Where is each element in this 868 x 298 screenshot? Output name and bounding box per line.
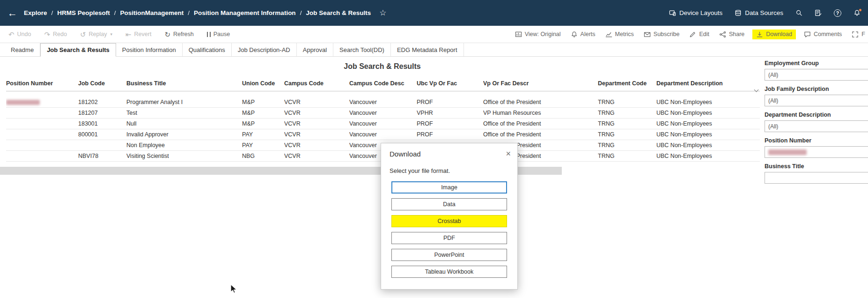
cell [6, 108, 78, 119]
chevron-down-icon [754, 88, 759, 92]
col-header-job-code[interactable]: Job Code [78, 78, 126, 91]
replay-button[interactable]: ↺ Replay ▾ [80, 31, 112, 38]
tab-qualifications[interactable]: Qualifications [183, 43, 232, 56]
format-crosstab-button[interactable]: Crosstab [391, 215, 507, 227]
table-row[interactable]: 183001 Null M&P VCVR Vancouver PROF Offi… [6, 119, 760, 129]
notifications-bell-icon[interactable] [853, 9, 861, 16]
cell: UBC Non-Employees [656, 129, 760, 140]
cell: VPHR [417, 108, 483, 119]
table-row[interactable]: 181202 Programmer Analyst I M&P VCVR Van… [6, 97, 760, 108]
search-icon[interactable] [795, 9, 802, 16]
cell: Office of the President [483, 129, 598, 140]
col-header-department-description[interactable]: Department Description [656, 78, 760, 91]
tab-label: Position Information [122, 46, 176, 53]
redo-icon: ↷ [44, 31, 50, 38]
cell: VCVR [284, 108, 349, 119]
device-layouts-button[interactable]: Device Layouts [669, 9, 722, 16]
filter-label: Position Number [765, 137, 868, 144]
table-row[interactable]: 800001 Invalid Approver PAY VCVR Vancouv… [6, 129, 760, 140]
comments-button[interactable]: Comments [804, 31, 842, 38]
breadcrumb-workbook[interactable]: Position Management Information [194, 9, 296, 16]
job-family-description-dropdown[interactable]: (All) [765, 95, 868, 106]
chevron-down-icon: ▾ [110, 32, 112, 37]
tab-job-description-ad[interactable]: Job Description-AD [232, 43, 297, 56]
format-data-button[interactable]: Data [391, 198, 507, 210]
cell: VCVR [284, 140, 349, 151]
col-header-ubc-vp-or-fac[interactable]: Ubc Vp Or Fac [417, 78, 483, 91]
tab-label: Job Search & Results [47, 46, 110, 53]
cell [78, 140, 126, 151]
column-menu-chevron-icon[interactable] [755, 85, 758, 93]
breadcrumb-explore[interactable]: Explore [24, 9, 47, 16]
format-image-button[interactable]: Image [391, 181, 507, 194]
department-description-dropdown[interactable]: (All) [765, 120, 868, 132]
close-icon[interactable]: × [506, 149, 511, 158]
col-header-position-number[interactable]: Position Number [6, 78, 78, 91]
fullscreen-label: F [861, 31, 865, 37]
back-icon[interactable]: ← [7, 8, 17, 18]
tab-search-tool-dd[interactable]: Search Tool(DD) [333, 43, 391, 56]
redo-button[interactable]: ↷ Redo [44, 31, 66, 38]
tab-readme[interactable]: Readme [5, 43, 40, 56]
notes-icon[interactable] [815, 9, 822, 16]
tab-job-search-results[interactable]: Job Search & Results [40, 43, 116, 57]
database-icon [735, 9, 742, 16]
filter-label: Business Title [765, 163, 868, 170]
cell-position-number [6, 97, 78, 108]
breadcrumb-separator: / [300, 9, 302, 16]
filter-business-title: Business Title [765, 163, 868, 184]
filter-job-family-description: Job Family Description (All) [765, 86, 868, 106]
cell: TRNG [598, 151, 656, 162]
col-header-campus-code-desc[interactable]: Campus Code Desc [349, 78, 417, 91]
refresh-button[interactable]: ↻ Refresh [164, 31, 193, 38]
col-header-department-code[interactable]: Department Code [598, 78, 656, 91]
view-label: View: Original [525, 31, 561, 37]
cell: UBC Non-Employees [656, 151, 760, 162]
share-button[interactable]: Share [719, 31, 744, 38]
redo-label: Redo [53, 31, 67, 37]
alerts-button[interactable]: Alerts [571, 31, 596, 38]
tab-edg-metadata-report[interactable]: EDG Metadata Report [391, 43, 464, 56]
cell: M&P [242, 108, 284, 119]
cell: Office of the President [483, 97, 598, 108]
col-header-campus-code[interactable]: Campus Code [284, 78, 349, 91]
top-navigation-bar: ← Explore / HRMS Peoplesoft / PositionMa… [0, 0, 868, 26]
edit-button[interactable]: Edit [689, 31, 709, 38]
help-glyph [834, 9, 841, 17]
format-pdf-button[interactable]: PDF [391, 232, 507, 244]
edit-label: Edit [699, 31, 709, 37]
metrics-label: Metrics [615, 31, 634, 37]
tab-approval[interactable]: Approval [297, 43, 333, 56]
cell: TRNG [598, 97, 656, 108]
data-sources-button[interactable]: Data Sources [735, 9, 783, 16]
breadcrumb-view[interactable]: Job Search & Results [306, 9, 371, 16]
col-header-business-title[interactable]: Business Title [126, 78, 242, 91]
table-row[interactable]: 181207 Test M&P VCVR Vancouver VPHR VP H… [6, 108, 760, 119]
employment-group-dropdown[interactable]: (All) [765, 69, 868, 81]
top-nav-actions: Device Layouts Data Sources [669, 9, 861, 17]
subscribe-button[interactable]: Subscribe [644, 31, 680, 38]
metrics-button[interactable]: Metrics [605, 31, 634, 38]
help-icon[interactable] [834, 9, 841, 17]
undo-button[interactable]: ↶ Undo [8, 31, 31, 38]
tab-position-information[interactable]: Position Information [116, 43, 183, 56]
cell: M&P [242, 97, 284, 108]
download-button[interactable]: Download [752, 30, 796, 39]
filter-label: Employment Group [765, 60, 868, 67]
notification-dot [859, 8, 862, 12]
format-tableau-workbook-button[interactable]: Tableau Workbook [391, 266, 507, 278]
col-header-union-code[interactable]: Union Code [242, 78, 284, 91]
format-powerpoint-button[interactable]: PowerPoint [391, 249, 507, 261]
comments-label: Comments [814, 31, 842, 37]
business-title-input[interactable] [765, 172, 868, 184]
favorite-star-icon[interactable]: ☆ [379, 8, 386, 18]
position-number-input[interactable] [765, 146, 868, 158]
revert-button[interactable]: ⇤ Revert [125, 31, 151, 38]
pause-button[interactable]: Pause [207, 31, 230, 37]
cell: NBVI78 [78, 151, 126, 162]
fullscreen-button[interactable]: F [852, 31, 865, 38]
view-original-button[interactable]: View: Original [515, 31, 561, 38]
col-header-vp-or-fac-descr[interactable]: Vp Or Fac Descr [483, 78, 598, 91]
breadcrumb-project[interactable]: HRMS Peoplesoft [57, 9, 110, 16]
breadcrumb-subproject[interactable]: PositionManagement [120, 9, 184, 16]
